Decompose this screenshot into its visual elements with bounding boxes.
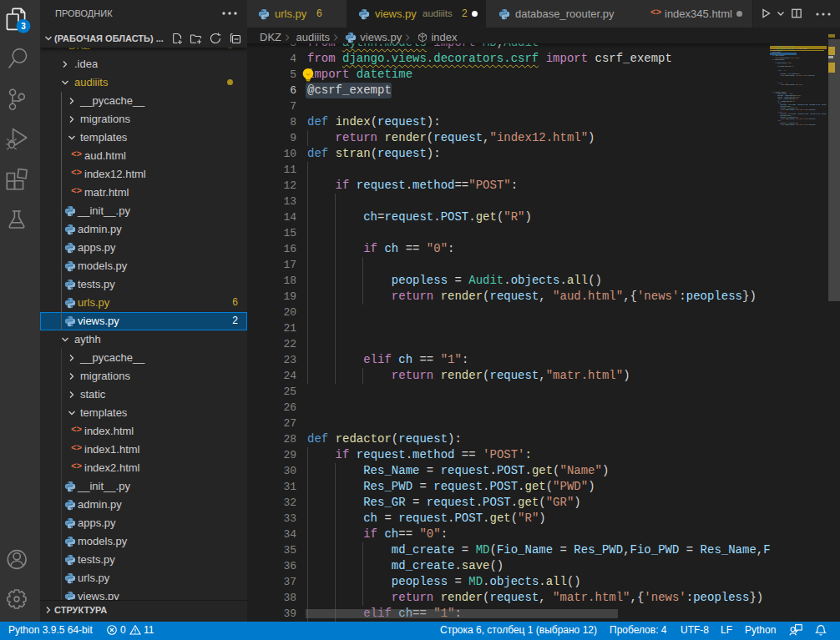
svg-text:3: 3	[21, 22, 26, 31]
